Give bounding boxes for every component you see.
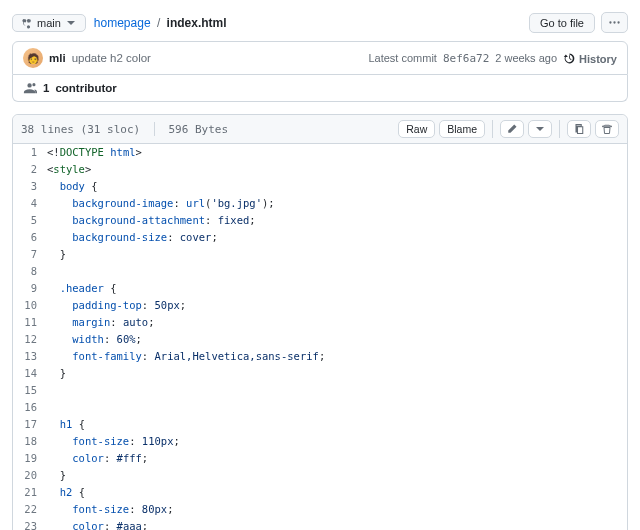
code-line[interactable]: 20 } — [13, 467, 627, 484]
code-line[interactable]: 13 font-family: Arial,Helvetica,sans-ser… — [13, 348, 627, 365]
line-content — [47, 263, 627, 280]
line-content: font-family: Arial,Helvetica,sans-serif; — [47, 348, 627, 365]
code-line[interactable]: 8 — [13, 263, 627, 280]
line-number[interactable]: 16 — [13, 399, 47, 416]
line-number[interactable]: 6 — [13, 229, 47, 246]
contributors-box[interactable]: 1 contributor — [12, 75, 628, 102]
line-content: } — [47, 467, 627, 484]
edit-button[interactable] — [500, 120, 524, 138]
line-content — [47, 382, 627, 399]
code-line[interactable]: 5 background-attachment: fixed; — [13, 212, 627, 229]
line-number[interactable]: 21 — [13, 484, 47, 501]
line-number[interactable]: 8 — [13, 263, 47, 280]
breadcrumb-repo[interactable]: homepage — [94, 16, 151, 30]
line-number[interactable]: 13 — [13, 348, 47, 365]
copy-button[interactable] — [567, 120, 591, 138]
line-number[interactable]: 2 — [13, 161, 47, 178]
commit-date: 2 weeks ago — [495, 52, 557, 64]
branch-icon — [21, 17, 33, 29]
avatar[interactable]: 🧑 — [23, 48, 43, 68]
code-line[interactable]: 21 h2 { — [13, 484, 627, 501]
line-content: background-size: cover; — [47, 229, 627, 246]
commit-message[interactable]: update h2 color — [72, 52, 151, 64]
trash-icon — [601, 123, 613, 135]
line-content: background-image: url('bg.jpg'); — [47, 195, 627, 212]
code-line[interactable]: 9 .header { — [13, 280, 627, 297]
line-content: color: #aaa; — [47, 518, 627, 530]
line-content: color: #fff; — [47, 450, 627, 467]
commit-author[interactable]: mli — [49, 52, 66, 64]
code-line[interactable]: 23 color: #aaa; — [13, 518, 627, 530]
caret-down-icon — [65, 17, 77, 29]
file-size: 596 Bytes — [168, 123, 228, 136]
people-icon — [23, 81, 37, 95]
line-number[interactable]: 14 — [13, 365, 47, 382]
line-content: background-attachment: fixed; — [47, 212, 627, 229]
code-line[interactable]: 7 } — [13, 246, 627, 263]
code-line[interactable]: 1<!DOCTYPE html> — [13, 144, 627, 161]
line-content: font-size: 110px; — [47, 433, 627, 450]
code-line[interactable]: 4 background-image: url('bg.jpg'); — [13, 195, 627, 212]
raw-button[interactable]: Raw — [398, 120, 435, 138]
contributors-count: 1 — [43, 82, 49, 94]
line-number[interactable]: 5 — [13, 212, 47, 229]
code-line[interactable]: 14 } — [13, 365, 627, 382]
line-number[interactable]: 19 — [13, 450, 47, 467]
commit-hash[interactable]: 8ef6a72 — [443, 52, 489, 65]
line-content: font-size: 80px; — [47, 501, 627, 518]
delete-button[interactable] — [595, 120, 619, 138]
line-number[interactable]: 10 — [13, 297, 47, 314]
code-line[interactable]: 6 background-size: cover; — [13, 229, 627, 246]
pencil-icon — [506, 123, 518, 135]
svg-point-0 — [609, 21, 611, 23]
code-line[interactable]: 11 margin: auto; — [13, 314, 627, 331]
contributors-word: contributor — [55, 82, 116, 94]
line-number[interactable]: 15 — [13, 382, 47, 399]
line-number[interactable]: 9 — [13, 280, 47, 297]
caret-down-icon — [534, 123, 546, 135]
line-number[interactable]: 11 — [13, 314, 47, 331]
latest-commit-box: 🧑 mli update h2 color Latest commit 8ef6… — [12, 41, 628, 75]
line-number[interactable]: 12 — [13, 331, 47, 348]
code-line[interactable]: 22 font-size: 80px; — [13, 501, 627, 518]
line-content: body { — [47, 178, 627, 195]
line-number[interactable]: 23 — [13, 518, 47, 530]
code-line[interactable]: 12 width: 60%; — [13, 331, 627, 348]
go-to-file-button[interactable]: Go to file — [529, 13, 595, 33]
file-lines: 38 lines (31 sloc) — [21, 123, 140, 136]
line-content: padding-top: 50px; — [47, 297, 627, 314]
code-line[interactable]: 17 h1 { — [13, 416, 627, 433]
line-content: <style> — [47, 161, 627, 178]
line-number[interactable]: 20 — [13, 467, 47, 484]
breadcrumb-sep: / — [154, 16, 163, 30]
line-content: <!DOCTYPE html> — [47, 144, 627, 161]
blame-button[interactable]: Blame — [439, 120, 485, 138]
line-number[interactable]: 17 — [13, 416, 47, 433]
line-number[interactable]: 4 — [13, 195, 47, 212]
line-number[interactable]: 7 — [13, 246, 47, 263]
code-line[interactable]: 3 body { — [13, 178, 627, 195]
breadcrumb-file: index.html — [167, 16, 227, 30]
code-line[interactable]: 15 — [13, 382, 627, 399]
code-line[interactable]: 19 color: #fff; — [13, 450, 627, 467]
line-content: width: 60%; — [47, 331, 627, 348]
file-toolbar: 38 lines (31 sloc) 596 Bytes Raw Blame — [13, 115, 627, 144]
line-content — [47, 399, 627, 416]
line-content: margin: auto; — [47, 314, 627, 331]
history-button[interactable]: History — [563, 52, 617, 65]
line-number[interactable]: 18 — [13, 433, 47, 450]
code-line[interactable]: 10 padding-top: 50px; — [13, 297, 627, 314]
code-line[interactable]: 16 — [13, 399, 627, 416]
line-number[interactable]: 3 — [13, 178, 47, 195]
code-line[interactable]: 18 font-size: 110px; — [13, 433, 627, 450]
breadcrumb: homepage / index.html — [94, 16, 227, 30]
copy-icon — [573, 123, 585, 135]
code-area[interactable]: 1<!DOCTYPE html>2<style>3 body {4 backgr… — [13, 144, 627, 530]
line-number[interactable]: 22 — [13, 501, 47, 518]
line-number[interactable]: 1 — [13, 144, 47, 161]
branch-selector[interactable]: main — [12, 14, 86, 32]
code-line[interactable]: 2<style> — [13, 161, 627, 178]
kebab-menu-button[interactable] — [601, 12, 628, 33]
svg-point-1 — [613, 21, 615, 23]
dropdown-button[interactable] — [528, 120, 552, 138]
